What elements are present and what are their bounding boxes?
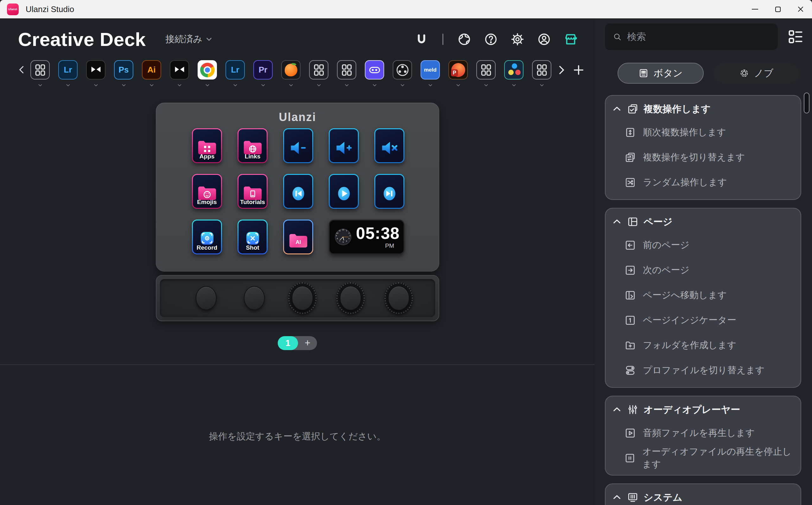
deck-key-links[interactable]: Links — [237, 128, 267, 163]
search-box[interactable] — [605, 23, 778, 50]
maximize-button[interactable] — [766, 0, 789, 18]
close-button[interactable] — [789, 0, 812, 18]
action-item-stop-audio[interactable]: オーディオファイルの再生を停止します — [606, 446, 801, 471]
app-dropdown-caret-icon[interactable] — [259, 83, 267, 88]
account-icon[interactable] — [537, 32, 552, 47]
help-icon[interactable] — [483, 32, 498, 47]
action-group-header[interactable]: システム — [606, 487, 801, 505]
toolbar-scroll-left-button[interactable] — [16, 60, 28, 79]
deck-key-previous-track[interactable] — [283, 174, 313, 209]
action-group-header[interactable]: ページ — [606, 211, 801, 232]
toolbar-app-illustrator[interactable]: Ai — [142, 60, 161, 88]
action-item-create-folder[interactable]: フォルダを作成します — [606, 333, 801, 358]
action-group-page: ページ 前のページ 次のページ ページへ移動します ページインジケーター フォル… — [605, 208, 801, 388]
toolbar-app-bot-app[interactable] — [365, 60, 384, 88]
action-item-page-indicator[interactable]: ページインジケーター — [606, 308, 801, 333]
toolbar-app-capcut-1[interactable] — [86, 60, 106, 88]
action-item-next-page[interactable]: 次のページ — [606, 258, 801, 283]
deck-key-shot[interactable]: Shot — [237, 219, 267, 255]
action-item-play-audio[interactable]: 音頻ファイルを再生します — [606, 420, 801, 446]
action-group-header[interactable]: オーディオプレーヤー — [606, 399, 801, 420]
deck-key-emojis[interactable]: Emojis — [192, 174, 222, 209]
deck-knob-2[interactable] — [336, 282, 365, 314]
settings-gear-icon[interactable] — [510, 32, 525, 47]
toolbar-scroll-right-button[interactable] — [556, 65, 567, 75]
deck-key-tutorials[interactable]: Tutorials — [237, 174, 267, 209]
minimize-button[interactable] — [744, 0, 766, 18]
action-item-sequence[interactable]: 順次複数操作します — [606, 120, 801, 145]
toolbar-app-profile-grid-3[interactable] — [337, 60, 356, 88]
deck-key-next-track[interactable] — [374, 174, 404, 209]
deck-key-apps[interactable]: Apps — [192, 128, 222, 163]
toolbar-app-profile-grid-4[interactable] — [476, 60, 495, 88]
deck-knob-3[interactable] — [385, 282, 413, 314]
app-dropdown-caret-icon[interactable] — [482, 83, 490, 88]
app-dropdown-caret-icon[interactable] — [343, 83, 351, 88]
app-dropdown-caret-icon[interactable] — [148, 83, 156, 88]
toolbar-app-profile-grid-5[interactable] — [532, 60, 551, 88]
toolbar-app-capcut-2[interactable] — [170, 60, 189, 88]
app-dropdown-caret-icon[interactable] — [64, 83, 72, 88]
add-page-button[interactable]: + — [298, 336, 317, 350]
folder-ai-icon: AI — [288, 228, 308, 254]
store-icon[interactable] — [563, 32, 578, 47]
app-dropdown-caret-icon[interactable] — [36, 83, 44, 88]
action-item-random[interactable]: ランダム操作します — [606, 170, 801, 195]
deck-knob-1[interactable] — [288, 282, 317, 314]
tab-knobs[interactable]: ノブ — [713, 63, 799, 83]
app-dropdown-caret-icon[interactable] — [315, 83, 323, 88]
deck-key-volume-down[interactable] — [283, 128, 313, 163]
toolbar-app-lightroom-2[interactable]: Lr — [225, 60, 245, 88]
deck-key-record[interactable]: Record — [192, 219, 222, 255]
app-dropdown-caret-icon[interactable] — [203, 83, 212, 88]
toolbar-app-meld[interactable]: meld — [421, 60, 440, 88]
knob-cap — [388, 286, 409, 311]
app-dropdown-caret-icon[interactable] — [175, 83, 184, 88]
toolbar-app-obs-studio[interactable] — [393, 60, 412, 88]
app-dropdown-caret-icon[interactable] — [426, 83, 434, 88]
action-item-goto-page[interactable]: ページへ移動します — [606, 283, 801, 308]
knob-ring — [288, 282, 317, 314]
app-dropdown-caret-icon[interactable] — [510, 83, 518, 88]
deck-key-volume-up[interactable] — [329, 128, 359, 163]
app-dropdown-caret-icon[interactable] — [231, 83, 239, 88]
toolbar-app-profile-grid-2[interactable] — [309, 60, 329, 88]
app-dropdown-caret-icon[interactable] — [120, 83, 128, 88]
toolbar-app-chrome[interactable] — [198, 60, 217, 88]
tab-buttons[interactable]: ボタン — [618, 63, 704, 83]
toolbar-app-premiere[interactable]: Pr — [253, 60, 273, 88]
list-layout-toggle[interactable] — [787, 28, 804, 46]
app-dropdown-caret-icon[interactable] — [287, 83, 295, 88]
deck-key-mute[interactable] — [374, 128, 404, 163]
deck-button-2[interactable] — [244, 286, 265, 310]
app-dropdown-caret-icon[interactable] — [538, 83, 546, 88]
app-dropdown-caret-icon[interactable] — [454, 83, 462, 88]
deck-button-1[interactable] — [196, 286, 217, 310]
clock-time: 05:38 — [356, 225, 400, 241]
action-item-label: オーディオファイルの再生を停止します — [642, 446, 801, 471]
toolbar-app-profile-grid-1[interactable] — [30, 60, 50, 88]
action-group-header[interactable]: 複数操作します — [606, 98, 801, 120]
ulanzi-logo-icon[interactable] — [414, 32, 429, 47]
toolbar-app-davinci-resolve[interactable] — [504, 60, 524, 88]
deck-key-ai-folder[interactable]: AI — [283, 219, 313, 255]
language-globe-icon[interactable] — [457, 32, 472, 47]
connection-status: 接続済み — [165, 33, 202, 46]
action-item-prev-page[interactable]: 前のページ — [606, 232, 801, 258]
sidebar-scrollbar-thumb[interactable] — [804, 93, 809, 114]
toolbar-app-photoshop[interactable]: Ps — [114, 60, 133, 88]
toolbar-app-fl-studio[interactable] — [281, 60, 300, 88]
action-item-switch-profile[interactable]: プロファイルを切り替えます — [606, 358, 801, 383]
toolbar-app-lightroom-1[interactable]: Lr — [58, 60, 77, 88]
action-item-switch-multi[interactable]: 複数操作を切り替えます — [606, 145, 801, 170]
deck-key-play[interactable] — [329, 174, 359, 209]
add-app-button[interactable] — [572, 64, 585, 76]
page-1-tab[interactable]: 1 — [278, 336, 298, 350]
app-dropdown-caret-icon[interactable] — [371, 83, 379, 88]
search-input[interactable] — [627, 31, 766, 42]
toolbar-app-powerpoint[interactable]: P — [448, 60, 468, 88]
app-dropdown-caret-icon[interactable] — [92, 83, 100, 88]
deck-key-clock-widget[interactable]: 1212 345 678 91011 05:38 PM — [329, 219, 404, 255]
connection-status-dropdown[interactable]: 接続済み — [165, 33, 213, 46]
app-dropdown-caret-icon[interactable] — [398, 83, 407, 88]
